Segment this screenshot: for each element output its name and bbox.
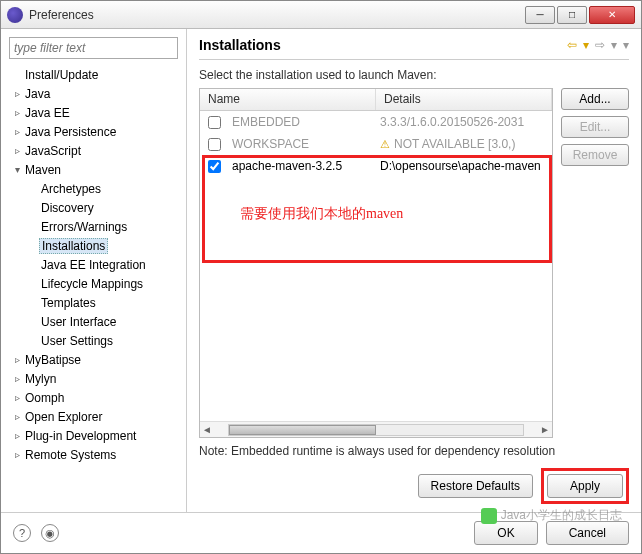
help-icon[interactable]: ? [13,524,31,542]
tree-label: Mylyn [23,372,58,386]
tree-label: Templates [39,296,98,310]
row-checkbox[interactable] [208,116,221,129]
page-header: Installations ⇦▾ ⇨▾ ▾ [199,37,629,60]
expand-icon[interactable]: ▹ [11,145,23,156]
tree-item[interactable]: Java EE Integration [5,255,182,274]
row-checkbox[interactable] [208,160,221,173]
tree-item[interactable]: Installations [5,236,182,255]
cancel-button[interactable]: Cancel [546,521,629,545]
app-icon [7,7,23,23]
highlight-box-apply: Apply [541,468,629,504]
close-button[interactable]: ✕ [589,6,635,24]
dialog-body: Install/Update▹Java▹Java EE▹Java Persist… [1,29,641,512]
installations-table: Name Details EMBEDDED3.3.3/1.6.0.2015052… [199,88,553,438]
filter-box [9,37,178,59]
tree-item[interactable]: Lifecycle Mappings [5,274,182,293]
window-buttons: ─ □ ✕ [525,6,635,24]
minimize-button[interactable]: ─ [525,6,555,24]
tree-label: Errors/Warnings [39,220,129,234]
scroll-thumb[interactable] [229,425,376,435]
tree-item[interactable]: ▹MyBatipse [5,350,182,369]
row-details: 3.3.3/1.6.0.20150526-2031 [376,115,552,129]
table-header: Name Details [200,89,552,111]
footer-icons: ? ◉ [13,524,59,542]
tree-label: Plug-in Development [23,429,138,443]
tree-label: User Interface [39,315,118,329]
table-area: Name Details EMBEDDED3.3.3/1.6.0.2015052… [199,88,629,438]
row-name: apache-maven-3.2.5 [228,159,376,173]
left-panel: Install/Update▹Java▹Java EE▹Java Persist… [1,29,187,512]
tree-item[interactable]: ▹Remote Systems [5,445,182,464]
tree-label: Archetypes [39,182,103,196]
maximize-button[interactable]: □ [557,6,587,24]
tree-item[interactable]: Discovery [5,198,182,217]
filter-input[interactable] [9,37,178,59]
scroll-left-icon[interactable]: ◄ [200,424,214,435]
header-toolbar: ⇦▾ ⇨▾ ▾ [567,38,629,52]
expand-icon[interactable]: ▹ [11,449,23,460]
menu-icon[interactable]: ▾ [623,38,629,52]
button-column: Add... Edit... Remove [561,88,629,438]
expand-icon[interactable]: ▹ [11,430,23,441]
tree-item[interactable]: ▾Maven [5,160,182,179]
table-row[interactable]: EMBEDDED3.3.3/1.6.0.20150526-2031 [200,111,552,133]
tree-item[interactable]: ▹Java EE [5,103,182,122]
forward-icon[interactable]: ⇨ [595,38,605,52]
tree-item[interactable]: ▹Java [5,84,182,103]
add-button[interactable]: Add... [561,88,629,110]
tree-item[interactable]: ▹Oomph [5,388,182,407]
back-menu-icon[interactable]: ▾ [583,38,589,52]
expand-icon[interactable]: ▾ [11,164,23,175]
table-row[interactable]: WORKSPACE⚠NOT AVAILABLE [3.0,) [200,133,552,155]
expand-icon[interactable]: ▹ [11,392,23,403]
column-details[interactable]: Details [376,89,552,110]
tree-item[interactable]: ▹Open Explorer [5,407,182,426]
tree-item[interactable]: ▹Plug-in Development [5,426,182,445]
tree-item[interactable]: ▹Mylyn [5,369,182,388]
tree-label: Java [23,87,52,101]
tree-item[interactable]: Templates [5,293,182,312]
tree-label: Java EE Integration [39,258,148,272]
expand-icon[interactable]: ▹ [11,373,23,384]
expand-icon[interactable]: ▹ [11,354,23,365]
window-title: Preferences [29,8,525,22]
tree-label: Discovery [39,201,96,215]
tree-item[interactable]: Errors/Warnings [5,217,182,236]
expand-icon[interactable]: ▹ [11,88,23,99]
restore-defaults-button[interactable]: Restore Defaults [418,474,533,498]
edit-button[interactable]: Edit... [561,116,629,138]
tree-label: User Settings [39,334,115,348]
tree-item[interactable]: ▹Java Persistence [5,122,182,141]
remove-button[interactable]: Remove [561,144,629,166]
row-checkbox[interactable] [208,138,221,151]
column-name[interactable]: Name [200,89,376,110]
row-details: ⚠NOT AVAILABLE [3.0,) [376,137,552,151]
preference-tree[interactable]: Install/Update▹Java▹Java EE▹Java Persist… [5,65,182,506]
tree-item[interactable]: Archetypes [5,179,182,198]
horizontal-scrollbar[interactable]: ◄ ► [200,421,552,437]
expand-icon[interactable]: ▹ [11,126,23,137]
tree-item[interactable]: User Settings [5,331,182,350]
record-icon[interactable]: ◉ [41,524,59,542]
forward-menu-icon[interactable]: ▾ [611,38,617,52]
tree-label: Java Persistence [23,125,118,139]
ok-button[interactable]: OK [474,521,537,545]
scroll-right-icon[interactable]: ► [538,424,552,435]
instruction-text: Select the installation used to launch M… [199,68,629,82]
tree-item[interactable]: User Interface [5,312,182,331]
back-icon[interactable]: ⇦ [567,38,577,52]
expand-icon[interactable]: ▹ [11,411,23,422]
tree-label: Lifecycle Mappings [39,277,145,291]
scroll-track[interactable] [228,424,524,436]
tree-label: Remote Systems [23,448,118,462]
apply-button[interactable]: Apply [547,474,623,498]
tree-label: MyBatipse [23,353,83,367]
preferences-window: Preferences ─ □ ✕ Install/Update▹Java▹Ja… [0,0,642,554]
tree-item[interactable]: ▹JavaScript [5,141,182,160]
tree-label: Installations [39,238,108,254]
table-body: EMBEDDED3.3.3/1.6.0.20150526-2031WORKSPA… [200,111,552,421]
expand-icon[interactable]: ▹ [11,107,23,118]
table-row[interactable]: apache-maven-3.2.5D:\opensourse\apache-m… [200,155,552,177]
row-name: WORKSPACE [228,137,376,151]
tree-item[interactable]: Install/Update [5,65,182,84]
